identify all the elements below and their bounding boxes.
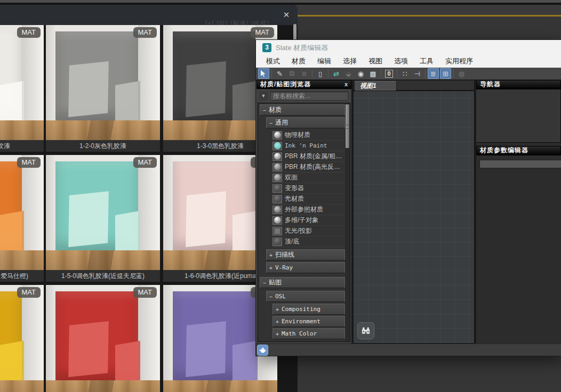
binoculars-icon: [360, 325, 371, 336]
tree-group-math-color[interactable]: +Math Color: [273, 328, 345, 339]
tree-item-pbr-specular[interactable]: PBR 材质(高光反…: [273, 162, 345, 173]
tree-group-osl[interactable]: −OSL: [266, 291, 345, 302]
mat-badge: MAT: [17, 157, 41, 168]
render-map-icon: ◍: [459, 70, 464, 78]
tree-item-morpher[interactable]: 变形器: [273, 183, 345, 194]
material-sphere-icon: [274, 195, 281, 202]
menu-tools[interactable]: 工具: [414, 55, 439, 68]
right-panel-stack: 导航器 材质参数编辑器: [476, 80, 561, 344]
pan-zoom-tool-button[interactable]: [357, 322, 374, 339]
menu-select[interactable]: 选择: [337, 55, 363, 68]
tree-item-top-bottom[interactable]: 顶/底: [273, 236, 345, 247]
show-values-button[interactable]: 0: [383, 68, 395, 79]
material-tile[interactable]: MAT 1-4-0调色乳胶漆(近爱马仕橙): [0, 155, 44, 282]
mat-badge: MAT: [133, 27, 157, 38]
view-tabstrip: 视图1: [353, 80, 475, 91]
close-icon[interactable]: x: [344, 80, 348, 88]
material-map-browser-panel: 材质/贴图浏览器 x ▼ 按名称搜索... −材质 −通用 物理材质 Ink '…: [257, 80, 351, 344]
menu-utilities[interactable]: 实用程序: [439, 55, 479, 68]
tree-item-double-sided[interactable]: 双面: [273, 173, 345, 183]
tree-group-environment[interactable]: +Environment: [273, 316, 345, 327]
assign-material-button[interactable]: ⧈: [299, 68, 310, 79]
menu-material[interactable]: 材质: [286, 55, 311, 68]
screen: MAT 1-1-0白色乳胶漆 MAT 1-2-0灰色乳胶漆: [0, 0, 561, 392]
material-sphere-icon: [274, 174, 281, 181]
tree-item-multi-sub-object[interactable]: 多维/子对象: [273, 215, 345, 226]
checker-icon: ▩: [370, 70, 376, 78]
tree-scrollbar[interactable]: [345, 103, 350, 341]
material-tile[interactable]: MAT: [46, 285, 160, 392]
material-tile[interactable]: MAT 1-5-0调色乳胶漆(近提夫尼蓝): [46, 155, 160, 282]
sphere-preview-icon: ◉: [358, 70, 364, 78]
tree-group-general[interactable]: −通用: [266, 117, 345, 128]
tab-view1[interactable]: 视图1: [355, 81, 396, 91]
duplicate-nodes-button[interactable]: ⧉: [286, 68, 298, 79]
menu-options[interactable]: 选项: [388, 55, 414, 68]
mat-badge: MAT: [251, 27, 274, 38]
menu-mode[interactable]: 模式: [260, 55, 286, 68]
eyedropper-icon: ✎: [277, 70, 283, 78]
menu-view[interactable]: 视图: [363, 55, 388, 68]
close-icon[interactable]: ✕: [280, 9, 292, 21]
tree-group-scanline[interactable]: +扫描线: [266, 249, 345, 260]
tree-group-maps[interactable]: −贴图: [260, 277, 345, 288]
tree-item-ink-n-paint[interactable]: Ink 'n Paint: [273, 141, 345, 151]
render-preview-button[interactable]: [257, 345, 268, 356]
material-sphere-icon: [274, 185, 281, 192]
chevron-down-icon[interactable]: ▼: [259, 91, 268, 101]
select-tool-button[interactable]: [258, 68, 269, 79]
material-sphere-icon: [274, 153, 281, 160]
browser-panel-header: 材质/贴图浏览器 x: [257, 80, 351, 89]
material-tile-label: 1-5-0调色乳胶漆(近提夫尼蓝): [46, 270, 160, 282]
node-view-canvas[interactable]: [353, 91, 475, 344]
layout-all-button[interactable]: ⊣: [412, 68, 423, 79]
layout-children-button[interactable]: ∷: [399, 68, 411, 79]
material-tile[interactable]: MAT 1-1-0白色乳胶漆: [0, 25, 44, 152]
3dsmax-logo-icon: 3: [262, 43, 271, 52]
tree-item-shell-material[interactable]: 壳材质: [273, 194, 345, 205]
material-sphere-icon: [274, 217, 281, 224]
show-background-button[interactable]: ▩: [367, 68, 379, 79]
mat-badge: MAT: [133, 287, 157, 298]
material-tile-label: 1-4-0调色乳胶漆(近爱马仕橙): [0, 270, 44, 282]
tree-item-matte-shadow[interactable]: 无光/投影: [273, 226, 345, 236]
tree-group-materials[interactable]: −材质: [260, 104, 345, 116]
ink-paint-icon: [274, 142, 281, 149]
render-map-button[interactable]: ◍: [456, 68, 467, 79]
cursor-icon: [261, 70, 267, 77]
tree-item-pbr-metal-rough[interactable]: PBR 材质(金属/粗…: [273, 151, 345, 162]
param-editor-content: [476, 155, 561, 344]
search-input[interactable]: 按名称搜索...: [270, 91, 349, 101]
menubar: 模式 材质 编辑 选择 视图 选项 工具 实用程序: [256, 55, 561, 68]
tree-item-xref-material[interactable]: 外部参照材质: [273, 205, 345, 215]
funnel-icon: ⬙: [346, 70, 351, 78]
connect-nodes-icon: ⇄: [333, 70, 339, 78]
show-children-button[interactable]: ⇄: [331, 68, 342, 79]
material-tile[interactable]: MAT 1-2-0灰色乳胶漆: [46, 25, 160, 152]
delete-selected-button[interactable]: ▯: [315, 68, 326, 79]
material-tile-label: 1-2-0灰色乳胶漆: [46, 140, 160, 152]
trash-icon: ▯: [318, 70, 322, 78]
slate-statusbar: [256, 344, 561, 356]
mat-badge: MAT: [133, 157, 157, 168]
matte-square-icon: [274, 228, 280, 234]
tree-group-vray[interactable]: +V-Ray: [266, 262, 345, 273]
tree-scrollbar-thumb[interactable]: [346, 104, 349, 148]
search-row: ▼ 按名称搜索...: [258, 90, 350, 102]
tree-item-physical-material[interactable]: 物理材质: [273, 130, 345, 141]
window-title: Slate 材质编辑器: [276, 43, 328, 53]
pick-material-eyedropper-button[interactable]: ✎: [274, 68, 285, 79]
sliders-icon: ≣: [430, 70, 436, 78]
tree-group-compositing[interactable]: +Compositing: [273, 304, 345, 315]
material-tile[interactable]: MAT: [0, 285, 44, 392]
duplicate-icon: ⧉: [290, 69, 294, 78]
material-sphere-icon: [274, 238, 281, 245]
preview-sphere-button[interactable]: ◉: [355, 68, 366, 79]
parameter-editor-toggle-button[interactable]: ≣: [428, 68, 439, 79]
param-editor-empty-field[interactable]: [479, 160, 561, 168]
viewport-label: [+] [前] [标准] [线框]: [205, 19, 270, 28]
browser-toggle-button[interactable]: ⊞: [440, 68, 451, 79]
hide-unused-slots-button[interactable]: ⬙: [343, 68, 354, 79]
menu-edit[interactable]: 编辑: [311, 55, 337, 68]
navigator-content[interactable]: [476, 89, 561, 143]
